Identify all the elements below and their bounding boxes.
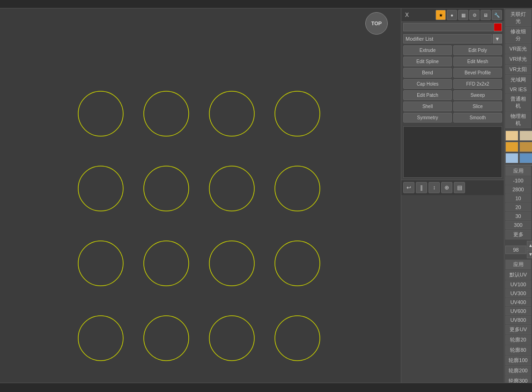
apply-btn-1[interactable]: 应用 bbox=[505, 166, 531, 176]
swatch-1[interactable] bbox=[505, 131, 518, 141]
uv-100[interactable]: UV100 bbox=[505, 280, 531, 289]
svg-point-1 bbox=[144, 91, 189, 136]
btn-ffd-2x2x2[interactable]: FFD 2x2x2 bbox=[453, 79, 502, 89]
circle-item-12 bbox=[70, 303, 131, 373]
stepper-1-up[interactable]: ▲ bbox=[527, 241, 532, 249]
default-uv[interactable]: 默认UV bbox=[505, 270, 531, 280]
main-area: TOP bbox=[0, 8, 532, 383]
color-text-input[interactable] bbox=[403, 23, 493, 31]
btn-edit-mesh[interactable]: Edit Mesh bbox=[453, 57, 502, 66]
circle-item-9 bbox=[136, 228, 197, 298]
icon-btn-monitor[interactable]: 🖥 bbox=[480, 10, 491, 20]
stepper-1-input[interactable] bbox=[505, 246, 526, 254]
swatch-3[interactable] bbox=[505, 142, 518, 152]
sidebar-entry-vr-plane[interactable]: VR面光 bbox=[505, 44, 531, 54]
swatch-green[interactable] bbox=[505, 165, 532, 166]
btn-edit-patch[interactable]: Edit Patch bbox=[403, 90, 452, 100]
apply-btn-2[interactable]: 应用 bbox=[505, 260, 531, 269]
sidebar-entry-vr-ies[interactable]: VR IES bbox=[505, 85, 531, 94]
uv-600[interactable]: UV600 bbox=[505, 307, 531, 315]
swatch-6[interactable] bbox=[519, 153, 532, 163]
sidebar-entry-vr-sphere[interactable]: VR球光 bbox=[505, 54, 531, 64]
icon-btn-wrench[interactable]: 🔧 bbox=[492, 10, 502, 20]
btn-symmetry[interactable]: Symmetry bbox=[403, 113, 452, 123]
btn-shell[interactable]: Shell bbox=[403, 102, 452, 111]
swatch-2[interactable] bbox=[519, 131, 532, 141]
contour-80[interactable]: 轮廓80 bbox=[505, 345, 531, 355]
far-right-sidebar: 关联灯光 修改细分 VR面光 VR球光 VR太阳 光域网 VR IES 普通相机… bbox=[504, 8, 532, 383]
circle-item-7 bbox=[267, 153, 328, 224]
circle-item-11 bbox=[267, 228, 328, 298]
tool-table[interactable]: ▤ bbox=[454, 182, 465, 193]
btn-slice[interactable]: Slice bbox=[453, 102, 502, 111]
icon-btn-star[interactable]: ★ bbox=[436, 10, 446, 20]
contour-300[interactable]: 轮廓300 bbox=[505, 376, 531, 383]
circle-item-0 bbox=[70, 79, 131, 149]
tool-undo[interactable]: ↩ bbox=[403, 182, 414, 193]
modifier-list-dropdown[interactable]: ▼ bbox=[493, 34, 502, 44]
svg-point-2 bbox=[209, 91, 254, 136]
sidebar-entry-ies-mesh[interactable]: 光域网 bbox=[505, 75, 531, 85]
btn-edit-poly[interactable]: Edit Poly bbox=[453, 45, 502, 55]
svg-point-11 bbox=[275, 241, 320, 286]
icon-btn-gear[interactable]: ⚙ bbox=[469, 10, 480, 20]
svg-point-5 bbox=[144, 166, 189, 211]
uv-300[interactable]: UV300 bbox=[505, 289, 531, 298]
swatch-5[interactable] bbox=[505, 153, 518, 163]
uv-more[interactable]: 更多UV bbox=[505, 325, 531, 334]
tool-updown[interactable]: ↕ bbox=[429, 182, 440, 193]
stepper-1-down[interactable]: ▼ bbox=[527, 250, 532, 258]
list-item-300[interactable]: 300 bbox=[505, 221, 531, 229]
tool-add[interactable]: ⊕ bbox=[441, 182, 452, 193]
btn-edit-spline[interactable]: Edit Spline bbox=[403, 57, 452, 66]
svg-point-3 bbox=[275, 91, 320, 136]
red-color-swatch[interactable] bbox=[494, 23, 502, 31]
toolbar-bottom: ↩ ‖ ↕ ⊕ ▤ bbox=[401, 180, 504, 195]
svg-point-13 bbox=[144, 316, 189, 361]
top-bar bbox=[0, 0, 532, 8]
uv-800[interactable]: UV800 bbox=[505, 316, 531, 324]
list-item-2800[interactable]: 2800 bbox=[505, 185, 531, 194]
list-item--100[interactable]: -100 bbox=[505, 176, 531, 185]
list-item-20[interactable]: 20 bbox=[505, 203, 531, 211]
list-item-30[interactable]: 30 bbox=[505, 212, 531, 220]
circle-item-6 bbox=[201, 153, 262, 224]
circle-item-10 bbox=[201, 228, 262, 298]
sidebar-entry-normal-camera[interactable]: 普通相机 bbox=[505, 94, 531, 111]
list-item-10[interactable]: 10 bbox=[505, 194, 531, 203]
circle-item-1 bbox=[136, 79, 197, 149]
sidebar-entry-vr-sun[interactable]: VR太阳 bbox=[505, 65, 531, 74]
btn-sweep[interactable]: Sweep bbox=[453, 90, 502, 100]
contour-20[interactable]: 轮廓20 bbox=[505, 335, 531, 345]
icon-bar: X ★ ● ▦ ⚙ 🖥 🔧 bbox=[401, 8, 504, 22]
circle-item-8 bbox=[70, 228, 131, 298]
circle-item-13 bbox=[136, 303, 197, 373]
btn-bend[interactable]: Bend bbox=[403, 68, 452, 78]
sidebar-entry-modify[interactable]: 修改细分 bbox=[505, 27, 531, 44]
contour-100[interactable]: 轮廓100 bbox=[505, 356, 531, 365]
icon-btn-circle[interactable]: ● bbox=[447, 10, 457, 20]
sidebar-entry-light[interactable]: 关联灯光 bbox=[505, 9, 531, 26]
btn-extrude[interactable]: Extrude bbox=[403, 45, 452, 55]
btn-cap-holes[interactable]: Cap Holes bbox=[403, 79, 452, 89]
right-panel: X ★ ● ▦ ⚙ 🖥 🔧 Modifier List ▼ Extrude Ed… bbox=[401, 8, 504, 383]
svg-point-14 bbox=[209, 316, 254, 361]
x-label: X bbox=[403, 12, 411, 18]
icon-btn-grid[interactable]: ▦ bbox=[458, 10, 468, 20]
btn-bevel-profile[interactable]: Bevel Profile bbox=[453, 68, 502, 78]
contour-200[interactable]: 轮廓200 bbox=[505, 366, 531, 376]
uv-400[interactable]: UV400 bbox=[505, 298, 531, 306]
circle-item-15 bbox=[267, 303, 328, 373]
circle-item-14 bbox=[201, 303, 262, 373]
list-item-more[interactable]: 更多 bbox=[505, 230, 531, 240]
circles-grid bbox=[70, 79, 328, 373]
modifier-buttons: Extrude Edit Poly Edit Spline Edit Mesh … bbox=[401, 44, 504, 124]
btn-smooth[interactable]: Smooth bbox=[453, 113, 502, 123]
stepper-row-1: ▲ ▼ bbox=[505, 240, 531, 259]
sidebar-entry-physical-camera[interactable]: 物理相机 bbox=[505, 111, 531, 128]
tool-pause[interactable]: ‖ bbox=[416, 182, 427, 193]
viewport: TOP bbox=[0, 8, 401, 383]
modifier-list-label: Modifier List bbox=[403, 34, 492, 44]
swatch-4[interactable] bbox=[519, 142, 532, 152]
svg-point-8 bbox=[78, 241, 123, 286]
